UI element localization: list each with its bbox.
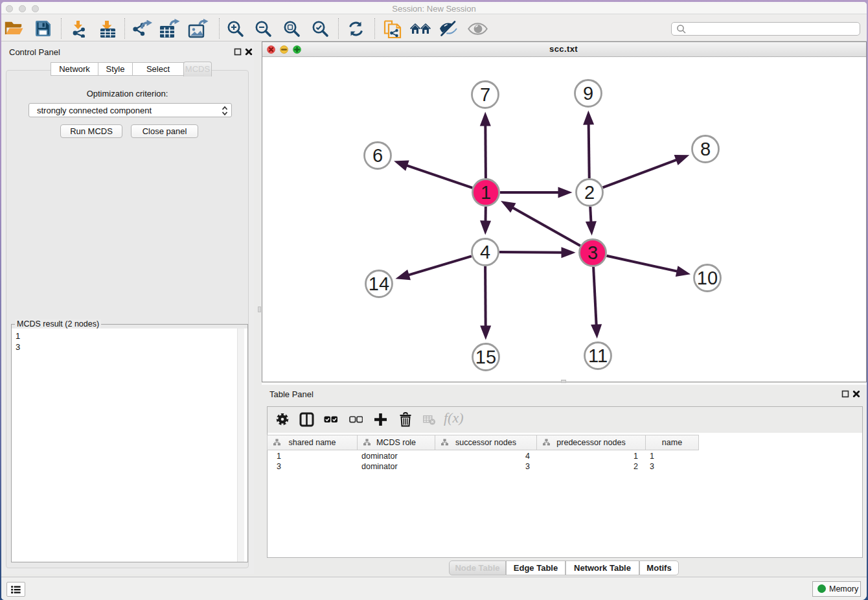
- svg-text:4: 4: [480, 242, 490, 262]
- svg-text:11: 11: [588, 345, 608, 366]
- svg-text:8: 8: [700, 139, 711, 159]
- svg-text:15: 15: [475, 347, 496, 367]
- svg-text:2: 2: [584, 182, 595, 203]
- svg-text:6: 6: [372, 145, 383, 166]
- svg-text:9: 9: [583, 83, 593, 104]
- svg-text:14: 14: [369, 273, 389, 294]
- svg-text:10: 10: [697, 268, 718, 288]
- svg-text:7: 7: [480, 84, 490, 105]
- svg-text:3: 3: [588, 242, 598, 263]
- svg-text:1: 1: [481, 182, 491, 203]
